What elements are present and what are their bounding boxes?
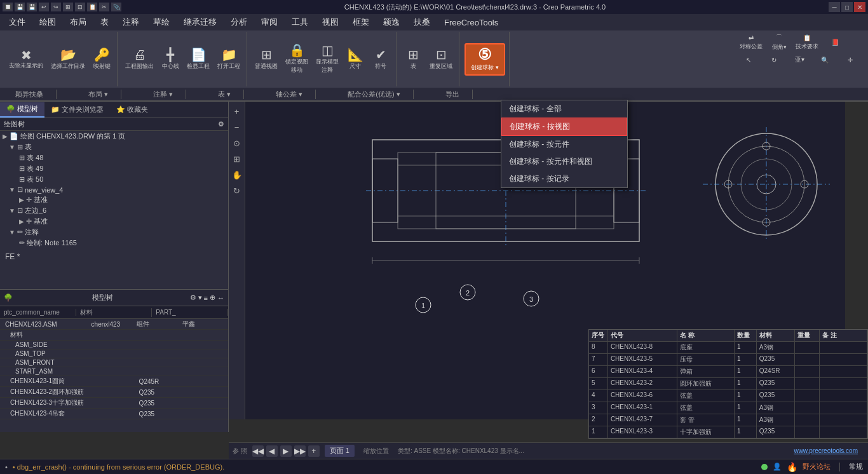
btn-open-eng[interactable]: 📁 打开工程 [215, 47, 243, 72]
dropdown-item-by-record[interactable]: 创建球标 - 按记录 [501, 170, 627, 187]
nav-add-page[interactable]: + [308, 445, 320, 457]
close-button[interactable]: ✕ [854, 2, 865, 12]
dropdown-item-by-comp-view[interactable]: 创建球标 - 按元件和视图 [501, 153, 627, 170]
btn-select-arrow[interactable]: ↖ [737, 54, 760, 65]
btn-axi[interactable]: 亚▾ [788, 54, 811, 65]
model-tree-settings4[interactable]: ⊕ [210, 294, 215, 302]
toolbar-btn-5[interactable]: ⊞ [63, 3, 73, 11]
btn-tech-req[interactable]: 📋 技术要求 [793, 32, 821, 53]
btn-rotate[interactable]: ↻ [763, 54, 785, 65]
menu-analysis[interactable]: 分析 [224, 15, 254, 29]
canvas-btn-zoom-fit[interactable]: ⊙ [230, 136, 244, 150]
expand-icon: ▶ [3, 133, 8, 140]
btn-symmetry[interactable]: ⇄ 对称公差 [737, 32, 765, 53]
btn-lock-view[interactable]: 🔒 锁定视图移动 [283, 43, 311, 76]
tree-new-view4[interactable]: ▼ ⊡ new_view_4 [0, 185, 228, 194]
canvas-btn-zoom-in[interactable]: + [230, 104, 244, 118]
tree-annotations[interactable]: ▼ ✏ 注释 [0, 227, 228, 238]
tree-datum-1[interactable]: ▶ ✛ 基准 [0, 194, 228, 205]
canvas-btn-zoom-sel[interactable]: ⊞ [230, 152, 244, 166]
model-row-1[interactable]: 材料 [0, 330, 228, 341]
menu-sketch[interactable]: 草绘 [147, 15, 176, 29]
model-row-6[interactable]: CHENXL423-1圆筒 Q245R [0, 376, 228, 387]
model-tree-settings2[interactable]: ▾ [198, 294, 202, 302]
btn-lock-view-label: 锁定视图移动 [285, 58, 308, 74]
menu-view[interactable]: 视图 [316, 15, 345, 29]
toolbar-btn-8[interactable]: ✂ [99, 3, 109, 11]
tab-favorites[interactable]: ⭐ 收藏夹 [110, 102, 154, 118]
menu-layout[interactable]: 布局 [64, 15, 93, 29]
menu-inherit[interactable]: 继承迁移 [177, 15, 223, 29]
tree-left6[interactable]: ▼ ⊡ 左边_6 [0, 205, 228, 216]
menu-freecreo[interactable]: FreeCreoTools [438, 15, 505, 29]
model-row-7[interactable]: CHENXL423-2圆环加强筋 Q235 [0, 387, 228, 398]
btn-create-balloon[interactable]: ⑤ 创建球标 ▾ [465, 43, 505, 76]
model-row-2[interactable]: ASM_SIDE [0, 341, 228, 349]
tree-settings-icon[interactable]: ⚙ [218, 120, 224, 128]
menu-annotation[interactable]: 注释 [116, 15, 146, 29]
canvas-btn-pan[interactable]: ✋ [230, 168, 244, 182]
canvas-btn-rotate[interactable]: ↻ [230, 184, 244, 198]
dropdown-item-by-component[interactable]: 创建球标 - 按元件 [501, 136, 627, 153]
menu-review[interactable]: 审阅 [255, 15, 284, 29]
model-row-3[interactable]: ASM_TOP [0, 349, 228, 358]
btn-dimension[interactable]: 📐 尺寸 [344, 47, 367, 72]
model-row-5[interactable]: START_ASM [0, 367, 228, 376]
model-tree-settings3[interactable]: ≡ [204, 294, 208, 302]
btn-repeat-area[interactable]: ⊡ 重复区域 [427, 47, 455, 72]
tree-table[interactable]: ▼ ⊞ 表 [0, 142, 228, 152]
model-tree-settings5[interactable]: ↔ [217, 294, 224, 302]
toolbar-btn-2[interactable]: 💾 [27, 3, 37, 11]
canvas-btn-zoom-out[interactable]: − [230, 120, 244, 134]
nav-next-page[interactable]: ▶ [280, 445, 292, 457]
minimize-button[interactable]: ─ [829, 2, 840, 12]
nav-prev-page[interactable]: ◀ [266, 445, 278, 457]
model-row-4[interactable]: ASM_FRONT [0, 358, 228, 367]
menu-tools[interactable]: 工具 [285, 15, 315, 29]
btn-centerline[interactable]: ╋ 中心线 [159, 47, 182, 72]
btn-normal-view[interactable]: ⊞ 普通视图 [252, 47, 280, 72]
dropdown-item-by-view[interactable]: 创建球标 - 按视图 [501, 118, 627, 136]
watermark-link[interactable]: www.precreotools.com [794, 447, 858, 454]
model-row-9[interactable]: CHENXL423-4吊套 Q235 [0, 409, 228, 419]
tab-file-browser[interactable]: 📁 文件夹浏览器 [44, 102, 110, 118]
tree-table-48[interactable]: ⊞ 表 48 [0, 152, 228, 163]
menu-frame[interactable]: 框架 [346, 15, 376, 29]
model-row-8[interactable]: CHENXL423-3十字加强筋 Q235 [0, 398, 228, 409]
toolbar-btn-3[interactable]: ↩ [39, 3, 49, 11]
btn-pdf[interactable]: 📕 [824, 32, 846, 53]
nav-last-page[interactable]: ▶▶ [294, 445, 306, 457]
nav-first-page[interactable]: ◀◀ [252, 445, 264, 457]
btn-mapkey[interactable]: 🔑 映射键 [90, 47, 113, 72]
toolbar-btn-7[interactable]: 📋 [87, 3, 97, 11]
btn-chamfer[interactable]: ⌒ 倒角▾ [768, 32, 790, 53]
menu-file[interactable]: 文件 [3, 15, 32, 29]
dropdown-item-all[interactable]: 创建球标 - 全部 [501, 100, 627, 118]
menu-draw[interactable]: 绘图 [33, 15, 62, 29]
toolbar-btn-9[interactable]: 📎 [111, 3, 121, 11]
tab-model-tree[interactable]: 🌳 模型树 [0, 102, 44, 118]
btn-select-dir[interactable]: 📂 选择工作目录 [48, 47, 88, 72]
menu-fusang[interactable]: 扶桑 [407, 15, 437, 29]
menu-table[interactable]: 表 [94, 15, 115, 29]
toolbar-btn-6[interactable]: ⊡ [75, 3, 85, 11]
menu-yingyi[interactable]: 颖逸 [377, 15, 406, 29]
tree-root[interactable]: ▶ 📄 绘图 CHENXL423.DRW 的第 1 页 [0, 131, 228, 142]
toolbar-btn-4[interactable]: ↪ [51, 3, 61, 11]
btn-remove-hidden[interactable]: ✖ 去除未显示的 [6, 48, 46, 71]
model-tree-settings1[interactable]: ⚙ [190, 294, 196, 302]
maximize-button[interactable]: □ [841, 2, 853, 12]
tree-note-1165[interactable]: ✏ 绘制: Note 1165 [0, 238, 228, 248]
btn-move[interactable]: ✛ [839, 54, 862, 65]
tree-table-49[interactable]: ⊞ 表 49 [0, 163, 228, 174]
toolbar-btn-1[interactable]: 💾 [15, 3, 25, 11]
tree-datum-2[interactable]: ▶ ✛ 基准 [0, 216, 228, 227]
model-row-0[interactable]: CHENXL423.ASM chenxl423 组件 平鑫 [0, 319, 228, 330]
btn-eng-output[interactable]: 🖨 工程图输出 [123, 47, 156, 72]
btn-symbol[interactable]: ✔ 符号 [369, 47, 392, 72]
btn-show-model[interactable]: ◫ 显示模型注释 [313, 43, 341, 76]
btn-search[interactable]: 🔍 [813, 54, 836, 65]
btn-table[interactable]: ⊞ 表 [402, 47, 424, 72]
btn-show-eng[interactable]: 📄 检显工程 [184, 47, 212, 72]
tree-table-50[interactable]: ⊞ 表 50 [0, 174, 228, 185]
